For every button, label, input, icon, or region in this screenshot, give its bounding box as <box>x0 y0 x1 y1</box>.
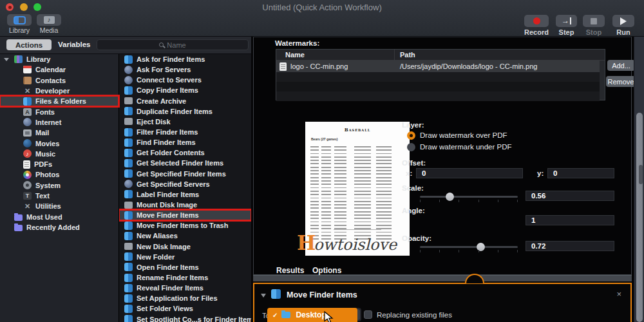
library-button[interactable] <box>7 14 32 26</box>
item-label: Developer <box>35 87 70 95</box>
remove-watermark-button[interactable]: Remove <box>606 76 636 87</box>
action-item-find-finder-items[interactable]: Find Finder Items <box>119 137 251 147</box>
sidebar-item-system[interactable]: System <box>0 180 118 191</box>
sidebar-item-library[interactable]: Library <box>0 54 118 64</box>
sidebar-item-fonts[interactable]: Fonts <box>0 106 118 117</box>
finder-icon <box>124 294 133 303</box>
sidebar-item-calendar[interactable]: Calendar <box>0 64 118 75</box>
opacity-value-field[interactable]: 0.72 <box>526 241 614 251</box>
folder-icon <box>14 225 23 231</box>
angle-value-field[interactable]: 1 <box>526 215 614 225</box>
actions-list-scrollbar[interactable] <box>639 165 643 184</box>
opacity-slider[interactable] <box>420 246 518 248</box>
action-item-label-finder-items[interactable]: Label Finder Items <box>119 189 251 200</box>
action-item-move-finder-items-to-trash[interactable]: Move Finder Items to Trash <box>119 220 251 231</box>
item-label: Text <box>35 192 50 200</box>
action-item-set-application-for-files[interactable]: Set Application for Files <box>119 293 251 303</box>
preview-table-column <box>376 146 392 240</box>
action-item-get-folder-contents[interactable]: Get Folder Contents <box>119 147 251 158</box>
item-label: Mail <box>35 129 49 137</box>
sidebar-item-mail[interactable]: Mail <box>0 128 118 138</box>
action-item-ask-for-servers[interactable]: Ask For Servers <box>119 64 251 75</box>
action-item-duplicate-finder-items[interactable]: Duplicate Finder Items <box>119 106 251 117</box>
close-action-button[interactable]: × <box>616 289 621 299</box>
column-header-name[interactable]: Name <box>276 50 395 60</box>
canvas-scrollbar-thumb[interactable] <box>636 113 643 322</box>
scale-value-field[interactable]: 0.56 <box>526 191 614 201</box>
radio-draw-over-pdf[interactable] <box>407 131 415 140</box>
sidebar-item-developer[interactable]: Developer <box>0 86 118 96</box>
action-item-set-folder-views[interactable]: Set Folder Views <box>119 303 251 314</box>
preview-table-column <box>321 146 331 240</box>
action-item-move-finder-items[interactable]: Move Finder Items <box>119 210 251 220</box>
menu-item-desktop[interactable]: ✓ Desktop <box>267 308 357 322</box>
replacing-existing-files-checkbox[interactable] <box>364 310 372 319</box>
item-label: Find Finder Items <box>137 138 196 146</box>
tab-variables[interactable]: Variables <box>58 41 91 48</box>
item-label: Set Spotlight Co...s for Finder Items <box>137 316 251 322</box>
finder-icon <box>124 86 133 95</box>
disclosure-triangle-icon[interactable] <box>4 58 9 61</box>
action-item-set-spotlight-co-s-for-finder-items[interactable]: Set Spotlight Co...s for Finder Items <box>119 314 251 322</box>
sidebar-item-pdfs[interactable]: PDFs <box>0 159 118 169</box>
pdf-preview: Baseball Bears (27 games) Howtoislove <box>305 122 410 256</box>
offset-y-label: y: <box>537 169 544 177</box>
sidebar-item-music[interactable]: Music <box>0 149 118 159</box>
scale-slider[interactable] <box>420 196 518 198</box>
action-item-new-disk-image[interactable]: New Disk Image <box>119 242 251 252</box>
action-item-get-specified-finder-items[interactable]: Get Specified Finder Items <box>119 169 251 179</box>
table-scrollbar[interactable] <box>600 61 605 100</box>
sidebar-item-files-folders[interactable]: Files & Folders <box>0 96 118 106</box>
stop-button[interactable] <box>583 15 605 27</box>
sidebar-item-contacts[interactable]: Contacts <box>0 75 118 86</box>
destination-menu: ✓ Desktop <box>267 308 357 322</box>
action-item-get-selected-finder-items[interactable]: Get Selected Finder Items <box>119 158 251 168</box>
action-item-ask-for-finder-items[interactable]: Ask for Finder Items <box>119 54 251 64</box>
item-label: Get Specified Finder Items <box>137 170 226 178</box>
radio-draw-under-pdf[interactable] <box>407 143 415 151</box>
action-item-new-aliases[interactable]: New Aliases <box>119 231 251 241</box>
tab-options[interactable]: Options <box>312 266 341 275</box>
action-item-mount-disk-image[interactable]: Mount Disk Image <box>119 200 251 210</box>
sidebar-item-most-used[interactable]: Most Used <box>0 211 118 222</box>
add-watermark-button[interactable]: Add... <box>607 60 635 71</box>
action-item-new-folder[interactable]: New Folder <box>119 252 251 262</box>
move-finder-items-action: Move Finder Items × To: ⌃⌄ ✓ Desktop Rep… <box>253 283 632 322</box>
step-button[interactable]: → <box>556 15 577 27</box>
run-button[interactable] <box>612 15 634 27</box>
media-icon <box>44 16 55 24</box>
offset-y-field[interactable]: 0 <box>547 168 614 178</box>
media-button[interactable] <box>37 14 61 26</box>
search-input[interactable]: Name <box>97 39 249 50</box>
text-icon <box>23 192 32 200</box>
item-label: Set Folder Views <box>137 305 193 312</box>
sidebar-item-utilities[interactable]: Utilities <box>0 201 118 211</box>
item-label: New Aliases <box>137 232 178 240</box>
file-icon <box>279 62 287 71</box>
offset-x-field[interactable]: 0 <box>416 168 523 178</box>
sidebar-item-internet[interactable]: Internet <box>0 117 118 128</box>
tab-actions[interactable]: Actions <box>6 39 52 50</box>
column-header-path[interactable]: Path <box>395 50 605 60</box>
sidebar-item-recently-added[interactable]: Recently Added <box>0 222 118 232</box>
action-item-get-specified-servers[interactable]: Get Specified Servers <box>119 179 251 189</box>
record-button[interactable] <box>524 15 549 27</box>
disclosure-triangle-icon[interactable] <box>261 294 266 298</box>
watermark-path-cell: /Users/jaydip/Downloads/logo - CC-min.pn… <box>395 62 537 70</box>
action-item-reveal-finder-items[interactable]: Reveal Finder Items <box>119 283 251 293</box>
action-item-rename-finder-items[interactable]: Rename Finder Items <box>119 272 251 283</box>
table-row[interactable]: logo - CC-min.png /Users/jaydip/Download… <box>276 61 600 72</box>
tab-results[interactable]: Results <box>276 266 304 275</box>
item-label: Most Used <box>26 213 62 221</box>
action-item-open-finder-items[interactable]: Open Finder Items <box>119 262 251 272</box>
action-item-create-archive[interactable]: Create Archive <box>119 96 251 106</box>
library-icon <box>14 55 23 63</box>
sidebar-item-text[interactable]: Text <box>0 191 118 201</box>
disk-icon <box>124 202 133 209</box>
action-item-copy-finder-items[interactable]: Copy Finder Items <box>119 85 251 95</box>
action-item-filter-finder-items[interactable]: Filter Finder Items <box>119 127 251 137</box>
sidebar-item-photos[interactable]: Photos <box>0 169 118 180</box>
action-item-eject-disk[interactable]: Eject Disk <box>119 117 251 127</box>
sidebar-item-movies[interactable]: Movies <box>0 138 118 148</box>
action-item-connect-to-servers[interactable]: Connect to Servers <box>119 75 251 85</box>
